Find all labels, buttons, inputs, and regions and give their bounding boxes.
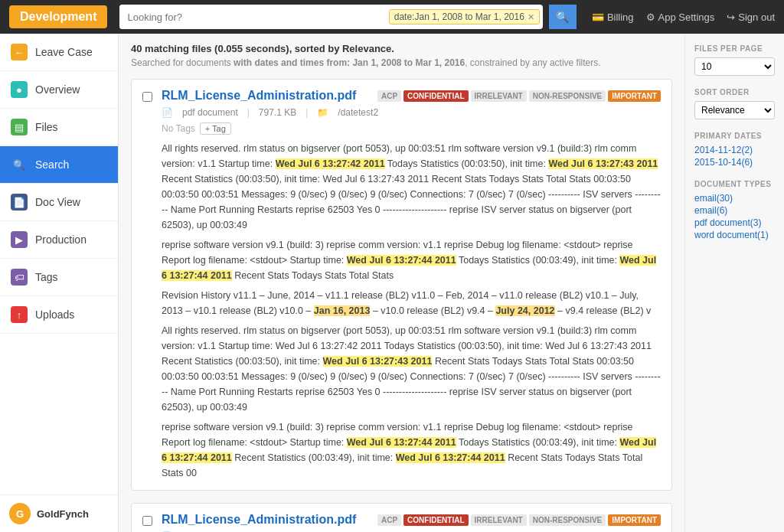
doc-path-1: /datetest2 [338, 107, 378, 118]
app-settings-label: App Settings [658, 11, 715, 23]
sidebar-label-overview: Overview [35, 83, 80, 96]
badge-confidential-1: CONFIDENTIAL [403, 90, 468, 102]
production-icon: ▶ [11, 231, 28, 248]
highlight-1f: July 24, 2012 [495, 305, 554, 316]
sidebar-item-leave-case[interactable]: ← Leave Case [0, 34, 118, 71]
doc-checkbox-1[interactable] [142, 92, 152, 102]
right-panel: FILES PER PAGE 10 25 50 SORT ORDER Relev… [684, 34, 784, 532]
doc-card-1: RLM_License_Administration.pdf ACP CONFI… [131, 79, 672, 491]
sign-out-link[interactable]: ↪ Sign out [727, 11, 775, 23]
sign-out-label: Sign out [738, 11, 775, 23]
doc-types-label: DOCUMENT TYPES [694, 180, 775, 188]
main-layout: ← Leave Case ● Overview ▤ Files 🔍 Search… [0, 34, 784, 532]
folder-icon-1: 📁 [317, 107, 328, 118]
highlight-1g: Wed Jul 6 13:27:43 2011 [323, 356, 433, 367]
search-date-tag[interactable]: date:Jan 1, 2008 to Mar 1, 2016 ✕ [389, 9, 540, 24]
search-tag-close-icon[interactable]: ✕ [528, 12, 534, 22]
brand-logo: Development [9, 5, 107, 28]
doc-title-1[interactable]: RLM_License_Administration.pdf [162, 89, 356, 103]
badge-important-1: IMPORTANT [608, 90, 661, 102]
doc-checkbox-2[interactable] [142, 516, 152, 526]
doc-type-email-6[interactable]: email(6) [694, 205, 775, 216]
doc-badges-2: ACP CONFIDENTIAL IRRELEVANT NON-RESPONSI… [377, 514, 661, 526]
tags-icon: 🏷 [11, 269, 28, 286]
badge-acp-2: ACP [377, 514, 401, 526]
badge-important-2: IMPORTANT [608, 514, 661, 526]
billing-label: Billing [607, 11, 634, 23]
highlight-1e: Jan 16, 2013 [314, 305, 371, 316]
nav-links: 💳 Billing ⚙ App Settings ↪ Sign out [592, 11, 775, 23]
sidebar-label-search: Search [35, 158, 69, 171]
doc-title-2[interactable]: RLM_License_Administration.pdf [162, 513, 356, 527]
sidebar-label-uploads: Uploads [35, 308, 74, 321]
leave-case-icon: ← [11, 44, 28, 60]
top-nav: Development date:Jan 1, 2008 to Mar 1, 2… [0, 0, 784, 34]
files-icon: ▤ [11, 119, 28, 135]
settings-icon: ⚙ [646, 11, 655, 23]
billing-link[interactable]: 💳 Billing [592, 11, 634, 23]
sort-order-select[interactable]: Relevance Date Name [694, 101, 775, 119]
results-summary: 40 matching files (0.055 seconds), sorte… [131, 43, 672, 54]
results-meta: Searched for documents with dates and ti… [131, 57, 672, 68]
badge-irrelevant-2: IRRELEVANT [471, 514, 527, 526]
badge-confidential-2: CONFIDENTIAL [403, 514, 468, 526]
sidebar-item-search[interactable]: 🔍 Search [0, 146, 118, 184]
sidebar: ← Leave Case ● Overview ▤ Files 🔍 Search… [0, 34, 119, 532]
doc-meta-1: 📄 pdf document | 797.1 KB | 📁 /datetest2 [162, 107, 661, 118]
uploads-icon: ↑ [11, 306, 28, 323]
files-per-page-select[interactable]: 10 25 50 [694, 57, 775, 76]
brand-footer-name: GoldFynch [37, 508, 89, 520]
doc-card-header-2: RLM_License_Administration.pdf ACP CONFI… [162, 513, 661, 527]
signout-icon: ↪ [727, 11, 735, 23]
add-tag-button-1[interactable]: + Tag [200, 122, 231, 135]
no-tags-label-1: No Tags [162, 123, 195, 134]
highlight-1a: Wed Jul 6 13:27:42 2011 [276, 158, 385, 169]
sidebar-label-leave-case: Leave Case [35, 46, 93, 58]
badge-acp-1: ACP [377, 90, 401, 102]
highlight-1c: Wed Jul 6 13:27:44 2011 [347, 255, 456, 266]
sidebar-item-uploads[interactable]: ↑ Uploads [0, 296, 118, 334]
doc-type-1: pdf document [182, 107, 238, 118]
badge-irrelevant-1: IRRELEVANT [471, 90, 527, 102]
sort-order-label: SORT ORDER [694, 88, 775, 96]
highlight-1b: Wed Jul 6 13:27:43 2011 [548, 158, 658, 169]
sidebar-label-files: Files [35, 121, 58, 133]
sidebar-label-doc-view: Doc View [35, 196, 80, 208]
doc-type-word[interactable]: word document(1) [694, 230, 775, 240]
sidebar-item-files[interactable]: ▤ Files [0, 109, 118, 146]
doc-type-icon-1: 📄 [162, 107, 173, 118]
badge-non-responsive-2: NON-RESPONSIVE [529, 514, 606, 526]
billing-icon: 💳 [592, 11, 604, 23]
sidebar-item-production[interactable]: ▶ Production [0, 221, 118, 259]
badge-non-responsive-1: NON-RESPONSIVE [529, 90, 606, 102]
primary-date-1[interactable]: 2014-11-12(2) [694, 145, 775, 155]
doc-tags-row-1: No Tags + Tag [162, 122, 661, 135]
doc-badges-1: ACP CONFIDENTIAL IRRELEVANT NON-RESPONSI… [377, 90, 661, 102]
primary-dates-label: PRIMARY DATES [694, 132, 775, 140]
highlight-1j: Wed Jul 6 13:27:44 2011 [396, 452, 505, 463]
doc-view-icon: 📄 [11, 194, 28, 211]
search-bar[interactable]: date:Jan 1, 2008 to Mar 1, 2016 ✕ [119, 5, 542, 29]
doc-snippet-1b: reprise software version v9.1 (build: 3)… [162, 419, 661, 481]
sidebar-item-tags[interactable]: 🏷 Tags [0, 259, 118, 296]
search-tag-text: date:Jan 1, 2008 to Mar 1, 2016 [394, 11, 524, 22]
search-input[interactable] [119, 5, 388, 29]
sidebar-item-overview[interactable]: ● Overview [0, 71, 118, 109]
sidebar-label-production: Production [35, 233, 87, 246]
doc-type-pdf[interactable]: pdf document(3) [694, 217, 775, 228]
sort-order-section: SORT ORDER Relevance Date Name [694, 88, 775, 119]
files-per-page-section: FILES PER PAGE 10 25 50 [694, 44, 775, 76]
sidebar-footer: G GoldFynch [0, 494, 118, 532]
app-settings-link[interactable]: ⚙ App Settings [646, 11, 715, 23]
results-count: 40 matching files (0.055 seconds), sorte… [131, 43, 394, 54]
main-content: 40 matching files (0.055 seconds), sorte… [119, 34, 684, 532]
primary-dates-section: PRIMARY DATES 2014-11-12(2) 2015-10-14(6… [694, 132, 775, 168]
brand-circle: G [9, 503, 31, 524]
search-button[interactable]: 🔍 [549, 5, 577, 29]
doc-type-email-30[interactable]: email(30) [694, 193, 775, 204]
sidebar-label-tags: Tags [35, 271, 58, 283]
sidebar-item-doc-view[interactable]: 📄 Doc View [0, 184, 118, 221]
doc-card-2: RLM_License_Administration.pdf ACP CONFI… [131, 503, 672, 532]
overview-icon: ● [11, 81, 28, 98]
primary-date-2[interactable]: 2015-10-14(6) [694, 157, 775, 168]
